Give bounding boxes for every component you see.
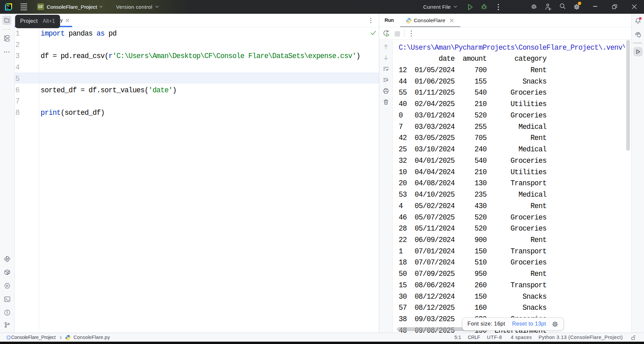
svg-text:PC: PC	[7, 5, 10, 7]
